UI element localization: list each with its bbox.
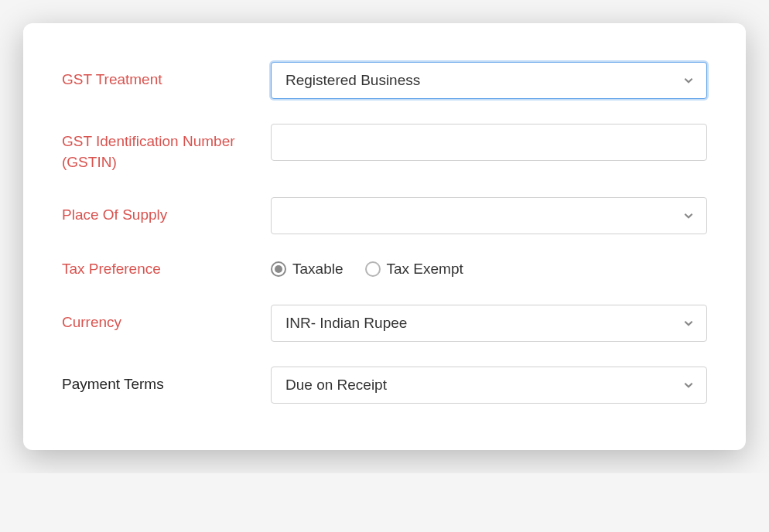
row-gst-treatment: GST Treatment Registered Business [62, 62, 707, 99]
label-gstin: GST Identification Number (GSTIN) [62, 124, 271, 172]
radio-tax-exempt-label: Tax Exempt [387, 261, 463, 278]
row-currency: Currency INR- Indian Rupee [62, 305, 707, 342]
select-payment-terms[interactable]: Due on Receipt [271, 367, 707, 404]
input-gstin[interactable] [271, 124, 707, 161]
select-payment-terms-value: Due on Receipt [285, 377, 387, 394]
row-gstin: GST Identification Number (GSTIN) [62, 124, 707, 172]
radio-circle-icon [365, 261, 381, 277]
form-card: GST Treatment Registered Business GST Id… [23, 23, 746, 450]
label-tax-preference: Tax Preference [62, 259, 271, 280]
row-tax-preference: Tax Preference Taxable Tax Exempt [62, 259, 707, 280]
select-gst-treatment[interactable]: Registered Business [271, 62, 707, 99]
chevron-down-icon [683, 75, 694, 86]
label-currency: Currency [62, 305, 271, 333]
row-payment-terms: Payment Terms Due on Receipt [62, 367, 707, 404]
radio-taxable[interactable]: Taxable [271, 261, 343, 278]
select-currency[interactable]: INR- Indian Rupee [271, 305, 707, 342]
chevron-down-icon [683, 210, 694, 221]
chevron-down-icon [683, 380, 694, 390]
select-currency-value: INR- Indian Rupee [285, 315, 407, 332]
label-place-of-supply: Place Of Supply [62, 197, 271, 226]
radio-taxable-label: Taxable [292, 261, 343, 278]
radio-tax-exempt[interactable]: Tax Exempt [365, 261, 463, 278]
radio-group-tax-preference: Taxable Tax Exempt [271, 261, 707, 278]
label-gst-treatment: GST Treatment [62, 62, 271, 90]
label-payment-terms: Payment Terms [62, 367, 271, 395]
radio-circle-icon [271, 261, 286, 277]
select-place-of-supply[interactable] [271, 197, 707, 234]
select-gst-treatment-value: Registered Business [285, 72, 420, 89]
chevron-down-icon [683, 318, 694, 329]
row-place-of-supply: Place Of Supply [62, 197, 707, 234]
